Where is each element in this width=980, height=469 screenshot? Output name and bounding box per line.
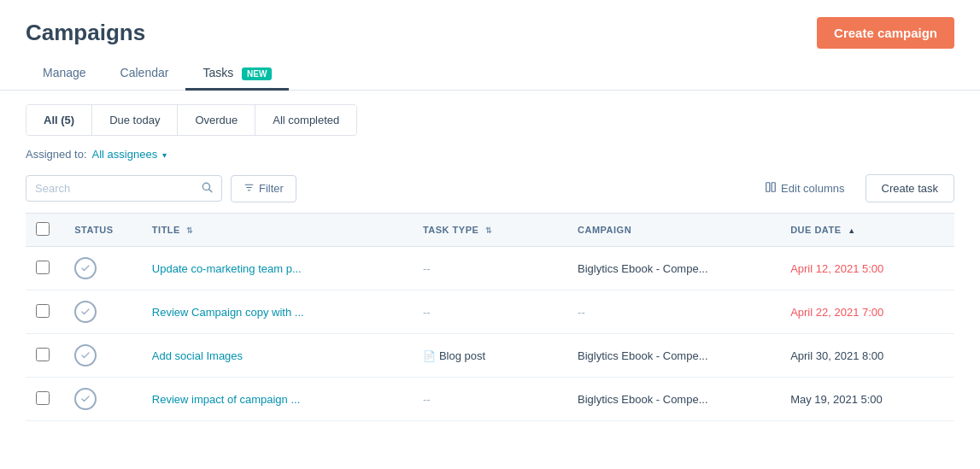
row-checkbox-2[interactable]	[36, 348, 50, 361]
campaign-0: Biglytics Ebook - Compe...	[578, 262, 707, 275]
page-header: Campaigns Create campaign	[0, 0, 980, 57]
toolbar: Filter Edit columns Create task	[0, 169, 980, 213]
task-title-link-2[interactable]: Add social Images	[152, 349, 243, 362]
task-type-0: --	[423, 262, 431, 275]
page-container: Campaigns Create campaign Manage Calenda…	[0, 0, 980, 469]
due-date-2: April 30, 2021 8:00	[790, 349, 883, 362]
header-due-date[interactable]: DUE DATE ▲	[780, 214, 954, 247]
due-date-1: April 22, 2021 7:00	[790, 306, 883, 319]
task-title-link-3[interactable]: Review impact of campaign ...	[152, 393, 300, 406]
subtab-overdue[interactable]: Overdue	[178, 105, 255, 135]
status-circle-0[interactable]	[74, 257, 97, 279]
tabs-nav: Manage Calendar Tasks NEW	[0, 57, 980, 91]
filter-icon	[244, 182, 255, 196]
status-circle-1[interactable]	[74, 301, 97, 323]
table-row: Add social Images📄Blog postBiglytics Ebo…	[26, 334, 954, 378]
status-circle-2[interactable]	[74, 344, 97, 366]
header-status: STATUS	[64, 214, 142, 247]
tasktype-sort-icon: ⇅	[485, 226, 493, 235]
filter-button[interactable]: Filter	[231, 175, 296, 202]
campaign-3: Biglytics Ebook - Compe...	[578, 393, 707, 406]
tab-calendar[interactable]: Calendar	[103, 57, 186, 91]
header-checkbox-col	[26, 214, 64, 247]
task-type-icon-2: 📄	[423, 350, 436, 362]
svg-rect-6	[772, 183, 775, 192]
svg-line-1	[209, 190, 212, 192]
title-sort-icon: ⇅	[186, 226, 194, 235]
chevron-down-icon: ▾	[162, 150, 167, 160]
task-type-3: --	[423, 393, 431, 406]
row-checkbox-1[interactable]	[36, 304, 50, 318]
tab-manage[interactable]: Manage	[26, 57, 103, 91]
campaign-2: Biglytics Ebook - Compe...	[578, 349, 707, 362]
tab-tasks[interactable]: Tasks NEW	[185, 57, 289, 91]
tasks-new-badge: NEW	[242, 67, 272, 80]
columns-icon	[765, 181, 777, 196]
subtabs-container: All (5) Due today Overdue All completed	[0, 91, 980, 136]
header-task-type[interactable]: TASK TYPE ⇅	[413, 214, 567, 247]
edit-columns-button[interactable]: Edit columns	[753, 175, 856, 202]
subtab-all-completed[interactable]: All completed	[255, 105, 356, 135]
task-title-link-1[interactable]: Review Campaign copy with ...	[152, 306, 304, 319]
search-wrapper	[26, 175, 222, 202]
table-header-row: STATUS TITLE ⇅ TASK TYPE ⇅ CAMPAIGN DUE	[26, 214, 954, 247]
select-all-checkbox[interactable]	[36, 222, 50, 236]
assigned-label: Assigned to:	[26, 148, 87, 161]
duedate-sort-icon: ▲	[848, 226, 855, 235]
header-campaign: CAMPAIGN	[567, 214, 780, 247]
subtab-due-today[interactable]: Due today	[92, 105, 178, 135]
due-date-3: May 19, 2021 5:00	[790, 393, 883, 406]
table-row: Update co-marketing team p...--Biglytics…	[26, 247, 954, 290]
task-title-link-0[interactable]: Update co-marketing team p...	[152, 262, 302, 275]
row-checkbox-3[interactable]	[36, 391, 50, 405]
assignee-dropdown[interactable]: All assignees ▾	[92, 148, 167, 161]
task-type-label-2: Blog post	[439, 349, 485, 362]
search-icon	[201, 181, 213, 196]
due-date-0: April 12, 2021 5:00	[790, 262, 883, 275]
search-input[interactable]	[35, 182, 201, 195]
svg-rect-5	[766, 183, 770, 192]
filters-row: Assigned to: All assignees ▾	[0, 136, 980, 169]
table-row: Review Campaign copy with ...----April 2…	[26, 290, 954, 334]
task-type-1: --	[423, 306, 431, 319]
subtab-all[interactable]: All (5)	[26, 105, 92, 135]
table-row: Review impact of campaign ...--Biglytics…	[26, 378, 954, 421]
table-container: STATUS TITLE ⇅ TASK TYPE ⇅ CAMPAIGN DUE	[0, 213, 980, 421]
campaign-1: --	[578, 306, 585, 319]
tasks-table: STATUS TITLE ⇅ TASK TYPE ⇅ CAMPAIGN DUE	[26, 213, 954, 421]
create-campaign-button[interactable]: Create campaign	[817, 17, 954, 49]
create-task-button[interactable]: Create task	[866, 174, 954, 202]
subtabs: All (5) Due today Overdue All completed	[26, 104, 357, 136]
status-circle-3[interactable]	[74, 388, 97, 410]
row-checkbox-0[interactable]	[36, 261, 50, 274]
page-title: Campaigns	[26, 20, 145, 46]
header-title[interactable]: TITLE ⇅	[142, 214, 413, 247]
